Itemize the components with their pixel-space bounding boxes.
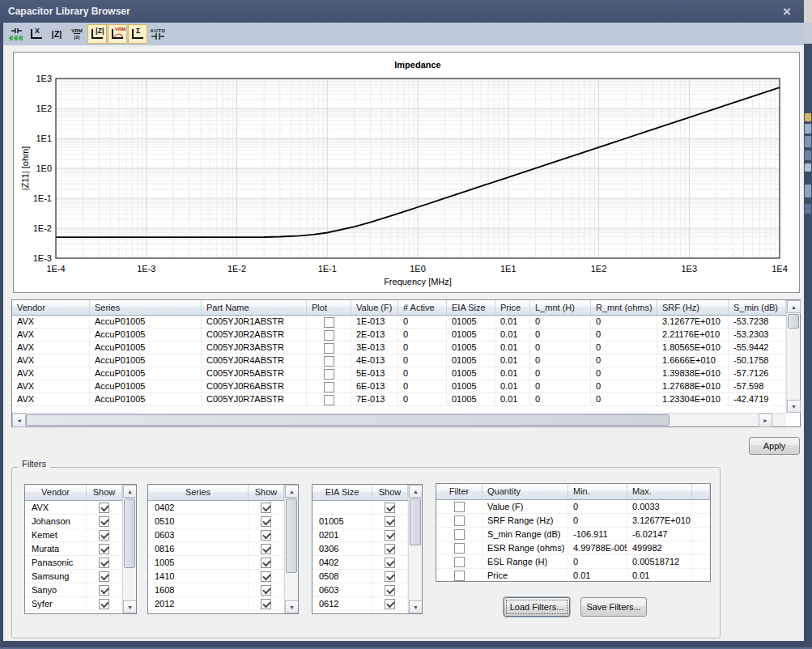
column-header-s_min[interactable]: S_min (dB) [729, 300, 786, 315]
column-header-part[interactable]: Part Name [202, 300, 307, 315]
list-item[interactable] [312, 611, 408, 614]
list-item[interactable] [148, 611, 284, 614]
list-item[interactable] [312, 501, 408, 515]
list-item[interactable]: AVX [25, 501, 122, 515]
close-icon[interactable]: ✕ [780, 4, 794, 19]
show-checkbox[interactable] [99, 516, 109, 527]
table-row[interactable]: AVXAccuP01005C005YJ0R5ABSTR5E-0130010050… [12, 367, 786, 380]
filter-cell-max[interactable]: 0.0033 [627, 500, 692, 513]
filter-column-header[interactable]: Max. [627, 484, 692, 499]
list-column-header[interactable]: Vendor [25, 485, 87, 500]
impedance-magnitude-button[interactable]: |Z| [47, 24, 66, 44]
plot-checkbox[interactable] [324, 395, 334, 405]
table-row[interactable]: AVXAccuP01005C005YJ0R3ABSTR3E-0130010050… [12, 341, 786, 354]
list-item[interactable]: Samsung [25, 570, 122, 583]
plot-sum-button[interactable]: Σ [128, 24, 147, 44]
list-item[interactable]: Johanson [25, 515, 122, 528]
table-row[interactable]: AVXAccuP01005C005YJ0R7ABSTR7E-0130010050… [12, 393, 786, 406]
show-checkbox[interactable] [385, 516, 395, 527]
filter-checkbox[interactable] [454, 571, 465, 581]
show-checkbox[interactable] [99, 558, 109, 568]
plot-vrm-button[interactable]: VRM [108, 24, 127, 44]
list-item[interactable]: 0508 [312, 570, 408, 583]
filter-row[interactable]: ESL Range (H)00.00518712 [436, 555, 710, 569]
show-checkbox[interactable] [385, 571, 395, 582]
filter-checkbox[interactable] [454, 557, 465, 567]
parts-table-vscrollbar[interactable]: ▲ ▼ [786, 300, 800, 413]
list-item[interactable]: 0603 [148, 528, 284, 542]
list-item[interactable]: 0612 [312, 597, 408, 611]
show-checkbox[interactable] [261, 571, 271, 582]
save-filters-button[interactable]: Save Filters... [580, 597, 647, 617]
filter-row[interactable]: Value (F)00.0033 [436, 500, 710, 514]
list-item[interactable]: Syfer [25, 597, 122, 611]
show-checkbox[interactable] [385, 585, 395, 596]
plot-x-button[interactable]: X [27, 24, 46, 44]
show-checkbox[interactable] [261, 585, 271, 596]
show-checkbox[interactable] [385, 544, 395, 554]
column-header-l_mnt[interactable]: L_mnt (H) [530, 300, 591, 315]
show-checkbox[interactable] [261, 599, 271, 609]
scroll-left-icon[interactable]: ◄ [12, 414, 26, 427]
filter-cell-min[interactable]: -106.911 [568, 528, 627, 541]
list-item[interactable]: Murata [25, 542, 122, 556]
table-row[interactable]: AVXAccuP01005C005YJ0R6ABSTR6E-0130010050… [12, 380, 786, 393]
capacitor-list-button[interactable] [6, 24, 26, 44]
list-item[interactable]: 0402 [312, 556, 408, 570]
vendor-list-scrollbar[interactable]: ▲ ▼ [122, 485, 136, 613]
column-header-price[interactable]: Price [495, 300, 530, 315]
filter-cell-max[interactable]: 0.01 [627, 569, 692, 582]
filter-checkbox[interactable] [454, 543, 465, 554]
hscroll-thumb[interactable] [26, 414, 670, 426]
scroll-down-icon[interactable]: ▼ [285, 600, 299, 613]
plot-checkbox[interactable] [324, 330, 334, 341]
list-item[interactable]: 1608 [148, 583, 284, 597]
show-checkbox[interactable] [385, 503, 395, 513]
list-item[interactable]: Kemet [25, 528, 122, 542]
list-item[interactable]: 0510 [148, 515, 284, 528]
show-checkbox[interactable] [99, 503, 109, 513]
filter-cell-min[interactable]: 0 [568, 514, 627, 527]
list-item[interactable]: 2012 [148, 597, 284, 611]
scroll-right-icon[interactable]: ► [759, 414, 772, 427]
filter-cell-min[interactable]: 0 [568, 500, 627, 513]
table-row[interactable]: AVXAccuP01005C005YJ0R2ABSTR2E-0130010050… [12, 329, 786, 341]
column-header-r_mnt[interactable]: R_mnt (ohms) [591, 300, 657, 315]
plot-checkbox[interactable] [324, 382, 334, 392]
column-header-eia[interactable]: EIA Size [447, 300, 495, 315]
show-checkbox[interactable] [99, 571, 109, 582]
hscroll-track[interactable] [26, 414, 759, 426]
filter-column-header[interactable] [692, 484, 710, 499]
plot-checkbox[interactable] [324, 343, 334, 354]
list-item[interactable]: 0816 [148, 542, 284, 556]
list-column-header[interactable]: Show [249, 485, 284, 500]
series-list-scrollbar[interactable]: ▲ ▼ [284, 485, 298, 613]
show-checkbox[interactable] [99, 585, 109, 596]
vscroll-thumb[interactable] [410, 498, 421, 545]
plot-checkbox[interactable] [324, 317, 334, 328]
show-checkbox[interactable] [261, 544, 271, 554]
scroll-up-icon[interactable]: ▲ [787, 300, 801, 313]
show-checkbox[interactable] [261, 503, 271, 513]
scroll-up-icon[interactable]: ▲ [285, 485, 299, 498]
filter-cell-min[interactable]: 0.01 [568, 569, 627, 582]
filter-column-header[interactable]: Quantity [483, 484, 568, 499]
filter-cell-min[interactable]: 4.99788E-005 [568, 541, 627, 554]
show-checkbox[interactable] [261, 558, 271, 568]
column-header-value[interactable]: Value (F) [351, 300, 398, 315]
list-column-header[interactable]: Series [148, 485, 249, 500]
load-filters-button[interactable]: Load Filters... [504, 597, 570, 617]
column-header-series[interactable]: Series [90, 300, 202, 315]
list-item[interactable]: 0402 [148, 501, 284, 515]
filter-row[interactable]: ESR Range (ohms)4.99788E-005499982 [436, 541, 710, 555]
show-checkbox[interactable] [99, 599, 109, 609]
filter-row[interactable]: S_min Range (dB)-106.911-6.02147 [436, 528, 710, 541]
filter-cell-min[interactable]: 0 [568, 555, 627, 568]
column-header-srf[interactable]: SRF (Hz) [657, 300, 729, 315]
list-column-header[interactable]: Show [372, 485, 408, 500]
title-bar[interactable]: Capacitor Library Browser ✕ [0, 0, 804, 23]
plot-checkbox[interactable] [324, 356, 334, 367]
list-item[interactable]: 0201 [312, 528, 408, 542]
column-header-vendor[interactable]: Vendor [12, 300, 90, 315]
list-item[interactable]: Sanyo [25, 583, 122, 597]
